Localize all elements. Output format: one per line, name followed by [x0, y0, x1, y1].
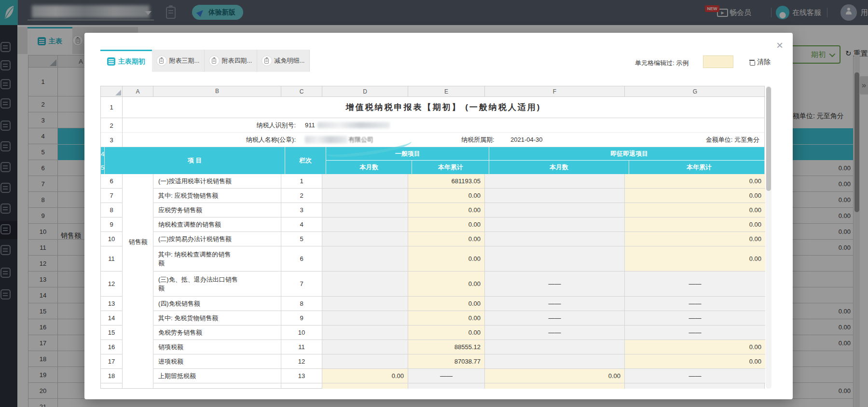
- section-cell[interactable]: [123, 203, 153, 217]
- column-header[interactable]: F: [485, 86, 625, 97]
- tab-main-sheet-opening[interactable]: 主表期初: [100, 50, 152, 72]
- ytd-general-cell[interactable]: 0.00: [408, 203, 485, 217]
- row-number[interactable]: 12: [101, 271, 123, 297]
- item-label-cell[interactable]: 免税劳务销售额: [153, 326, 281, 340]
- ytd-refund-cell[interactable]: 0.00: [625, 340, 765, 354]
- line-no-cell[interactable]: 3: [281, 203, 322, 217]
- column-header[interactable]: E: [408, 86, 485, 97]
- month-general-cell[interactable]: [322, 189, 408, 203]
- row-number[interactable]: 6: [101, 174, 123, 189]
- row-number[interactable]: 7: [101, 189, 123, 203]
- row-number[interactable]: 17: [101, 354, 123, 369]
- month-general-cell[interactable]: [322, 174, 408, 189]
- line-no-cell[interactable]: 1: [281, 174, 322, 189]
- ytd-refund-cell[interactable]: ——: [625, 271, 765, 297]
- ytd-general-cell[interactable]: 0.00: [408, 217, 485, 232]
- ytd-general-cell[interactable]: 0.00: [408, 232, 485, 246]
- ytd-general-cell[interactable]: 0.00: [408, 189, 485, 203]
- item-label-cell[interactable]: 销项税额: [153, 340, 281, 354]
- row-number[interactable]: 14: [101, 311, 123, 326]
- line-no-cell[interactable]: 4: [281, 217, 322, 232]
- item-label-cell[interactable]: (三)免、抵、退办法出口销售 额: [153, 271, 281, 297]
- ytd-refund-cell[interactable]: 0.00: [625, 203, 765, 217]
- section-cell[interactable]: [123, 297, 153, 311]
- item-label-cell[interactable]: 纳税检查调整的销售额: [153, 217, 281, 232]
- month-general-cell[interactable]: [322, 311, 408, 326]
- month-refund-cell[interactable]: [485, 232, 625, 246]
- month-refund-cell[interactable]: [485, 189, 625, 203]
- month-refund-cell[interactable]: [485, 174, 625, 189]
- month-general-cell[interactable]: [322, 203, 408, 217]
- row-number[interactable]: 11: [101, 246, 123, 271]
- sheet-corner-cell[interactable]: [101, 86, 123, 97]
- row-number[interactable]: 18: [101, 369, 123, 383]
- month-refund-cell[interactable]: ——: [485, 297, 625, 311]
- item-label-cell[interactable]: 其中: 应税货物销售额: [153, 189, 281, 203]
- ytd-refund-cell[interactable]: ——: [625, 311, 765, 326]
- row-number[interactable]: 1: [101, 97, 123, 118]
- column-header[interactable]: D: [322, 86, 408, 97]
- section-cell[interactable]: [123, 217, 153, 232]
- tab-schedule-three[interactable]: 附表三期...: [152, 50, 205, 72]
- item-label-cell[interactable]: 上期留抵税额: [153, 369, 281, 383]
- month-refund-cell[interactable]: [485, 203, 625, 217]
- ytd-refund-cell[interactable]: 0.00: [625, 354, 765, 369]
- month-refund-cell[interactable]: [485, 354, 625, 369]
- section-cell[interactable]: [123, 271, 153, 297]
- month-general-cell[interactable]: [322, 297, 408, 311]
- ytd-refund-cell[interactable]: 0.00: [625, 232, 765, 246]
- section-cell[interactable]: [123, 189, 153, 203]
- ytd-general-cell[interactable]: 681193.05: [408, 174, 485, 189]
- section-cell[interactable]: [123, 311, 153, 326]
- month-general-cell[interactable]: [322, 354, 408, 369]
- column-header[interactable]: B: [153, 86, 281, 97]
- month-refund-cell[interactable]: [485, 217, 625, 232]
- month-general-cell[interactable]: [322, 246, 408, 271]
- dialog-scrollbar-thumb[interactable]: [766, 87, 771, 191]
- ytd-general-cell[interactable]: 87038.77: [408, 354, 485, 369]
- item-label-cell[interactable]: 应税劳务销售额: [153, 203, 281, 217]
- month-general-cell[interactable]: [322, 217, 408, 232]
- month-refund-cell[interactable]: [485, 340, 625, 354]
- section-cell[interactable]: [123, 354, 153, 369]
- section-cell[interactable]: [123, 326, 153, 340]
- item-label-cell[interactable]: 进项税额: [153, 354, 281, 369]
- line-no-cell[interactable]: 7: [281, 271, 322, 297]
- line-no-cell[interactable]: 5: [281, 232, 322, 246]
- line-no-cell[interactable]: 8: [281, 297, 322, 311]
- month-general-cell[interactable]: [322, 340, 408, 354]
- month-refund-cell[interactable]: ——: [485, 271, 625, 297]
- ytd-refund-cell[interactable]: ——: [625, 369, 765, 383]
- ytd-refund-cell[interactable]: 0.00: [625, 217, 765, 232]
- month-refund-cell[interactable]: ——: [485, 311, 625, 326]
- section-cell[interactable]: [123, 369, 153, 383]
- row-number[interactable]: 8: [101, 203, 123, 217]
- row-number[interactable]: 13: [101, 297, 123, 311]
- tab-reduction-detail[interactable]: 减免明细...: [257, 50, 310, 72]
- month-refund-cell[interactable]: [485, 246, 625, 271]
- ytd-general-cell[interactable]: 0.00: [408, 297, 485, 311]
- column-header[interactable]: G: [625, 86, 765, 97]
- row-number[interactable]: 2: [101, 118, 123, 133]
- ytd-refund-cell[interactable]: 0.00: [625, 189, 765, 203]
- section-cell[interactable]: [123, 246, 153, 271]
- month-refund-cell[interactable]: 0.00: [485, 369, 625, 383]
- row-number[interactable]: 10: [101, 232, 123, 246]
- section-cell[interactable]: [123, 174, 153, 189]
- column-header[interactable]: A: [123, 86, 153, 97]
- row-number[interactable]: 15: [101, 326, 123, 340]
- item-label-cell[interactable]: 其中: 免税货物销售额: [153, 311, 281, 326]
- ytd-general-cell[interactable]: 0.00: [408, 326, 485, 340]
- month-general-cell[interactable]: [322, 271, 408, 297]
- ytd-general-cell[interactable]: 0.00: [408, 246, 485, 271]
- month-general-cell[interactable]: 0.00: [322, 369, 408, 383]
- row-number[interactable]: 3: [101, 133, 123, 147]
- item-label-cell[interactable]: 其中: 纳税检查调整的销售 额: [153, 246, 281, 271]
- line-no-cell[interactable]: 6: [281, 246, 322, 271]
- item-label-cell[interactable]: (二)按简易办法计税销售额: [153, 232, 281, 246]
- close-icon[interactable]: ×: [776, 40, 783, 51]
- ytd-general-cell[interactable]: 0.00: [408, 271, 485, 297]
- line-no-cell[interactable]: 2: [281, 189, 322, 203]
- ytd-refund-cell[interactable]: 0.00: [625, 246, 765, 271]
- ytd-general-cell[interactable]: 0.00: [408, 311, 485, 326]
